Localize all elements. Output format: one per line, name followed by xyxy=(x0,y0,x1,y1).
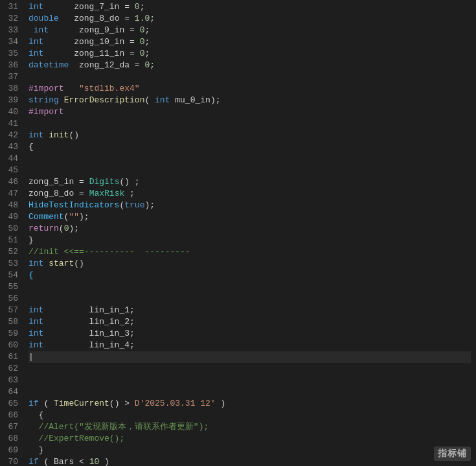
code-line xyxy=(28,386,471,398)
line-number: 39 xyxy=(5,95,18,106)
line-number: 59 xyxy=(5,328,18,340)
line-number: 56 xyxy=(5,293,18,305)
line-number: 46 xyxy=(5,176,18,188)
line-number: 66 xyxy=(5,410,18,421)
code-line xyxy=(28,363,471,375)
code-line: Comment(""); xyxy=(28,211,471,223)
line-number: 67 xyxy=(5,421,18,433)
code-line: int zong_11_in = 0; xyxy=(28,48,471,60)
code-line: int lin_in_1; xyxy=(28,305,471,316)
line-number: 58 xyxy=(5,316,18,328)
code-line: //Alert("发现新版本，请联系作者更新"); xyxy=(28,421,471,433)
line-number: 45 xyxy=(5,165,18,176)
code-line: int zong_7_in = 0; xyxy=(28,1,471,13)
line-number: 62 xyxy=(5,363,18,375)
code-line: int lin_in_2; xyxy=(28,316,471,328)
code-line: { xyxy=(28,410,471,421)
code-line: if ( Bars < 10 ) xyxy=(28,456,471,466)
code-line: #import xyxy=(28,106,471,118)
line-number: 44 xyxy=(5,153,18,165)
line-number: 32 xyxy=(5,13,18,25)
line-number: 52 xyxy=(5,246,18,258)
code-line: //init <<==---------- --------- xyxy=(28,246,471,258)
code-content[interactable]: int zong_7_in = 0;double zong_8_do = 1.0… xyxy=(23,0,476,466)
line-number: 68 xyxy=(5,433,18,445)
line-number: 60 xyxy=(5,340,18,351)
line-number: 48 xyxy=(5,200,18,211)
line-number: 40 xyxy=(5,106,18,118)
line-number: 41 xyxy=(5,118,18,130)
code-line: int init() xyxy=(28,130,471,141)
code-line: HideTestIndicators(true); xyxy=(28,200,471,211)
code-line xyxy=(28,71,471,83)
code-line: zong_5_in = Digits() ; xyxy=(28,176,471,188)
line-number: 70 xyxy=(5,456,18,466)
code-line: double zong_8_do = 1.0; xyxy=(28,13,471,25)
code-line xyxy=(28,118,471,130)
line-number: 38 xyxy=(5,83,18,95)
line-number: 37 xyxy=(5,71,18,83)
line-number: 50 xyxy=(5,223,18,235)
code-line xyxy=(28,293,471,305)
code-line: zong_8_do = MaxRisk ; xyxy=(28,188,471,200)
code-editor: 3132333435363738394041424344454647484950… xyxy=(0,0,476,466)
line-number: 42 xyxy=(5,130,18,141)
code-line xyxy=(28,281,471,293)
code-line xyxy=(28,153,471,165)
line-number: 49 xyxy=(5,211,18,223)
line-number: 55 xyxy=(5,281,18,293)
code-line: int start() xyxy=(28,258,471,270)
code-line: //ExpertRemove(); xyxy=(28,433,471,445)
code-line: } xyxy=(28,445,471,456)
line-number: 35 xyxy=(5,48,18,60)
code-line: { xyxy=(28,270,471,281)
watermark: 指标铺 xyxy=(434,447,471,461)
line-number: 61 xyxy=(5,351,18,363)
line-number: 31 xyxy=(5,1,18,13)
code-line xyxy=(28,165,471,176)
code-line: string ErrorDescription( int mu_0_in); xyxy=(28,95,471,106)
code-line: datetime zong_12_da = 0; xyxy=(28,60,471,71)
line-number: 64 xyxy=(5,386,18,398)
code-line: int zong_9_in = 0; xyxy=(28,25,471,36)
line-number: 63 xyxy=(5,375,18,386)
line-number: 54 xyxy=(5,270,18,281)
line-number: 53 xyxy=(5,258,18,270)
line-number: 47 xyxy=(5,188,18,200)
code-line: } xyxy=(28,235,471,246)
line-number: 34 xyxy=(5,36,18,48)
line-number: 69 xyxy=(5,445,18,456)
code-line: #import "stdlib.ex4" xyxy=(28,83,471,95)
code-line: if ( TimeCurrent() > D'2025.03.31 12' ) xyxy=(28,398,471,410)
code-line: int zong_10_in = 0; xyxy=(28,36,471,48)
code-line: return(0); xyxy=(28,223,471,235)
line-number: 57 xyxy=(5,305,18,316)
code-line: int lin_in_3; xyxy=(28,328,471,340)
code-line xyxy=(28,375,471,386)
line-number: 65 xyxy=(5,398,18,410)
line-number: 36 xyxy=(5,60,18,71)
line-number: 43 xyxy=(5,141,18,153)
line-numbers: 3132333435363738394041424344454647484950… xyxy=(0,0,23,466)
code-line: { xyxy=(28,141,471,153)
line-number: 51 xyxy=(5,235,18,246)
code-area: 3132333435363738394041424344454647484950… xyxy=(0,0,476,466)
code-line: | xyxy=(28,351,471,363)
code-line: int lin_in_4; xyxy=(28,340,471,351)
line-number: 33 xyxy=(5,25,18,36)
